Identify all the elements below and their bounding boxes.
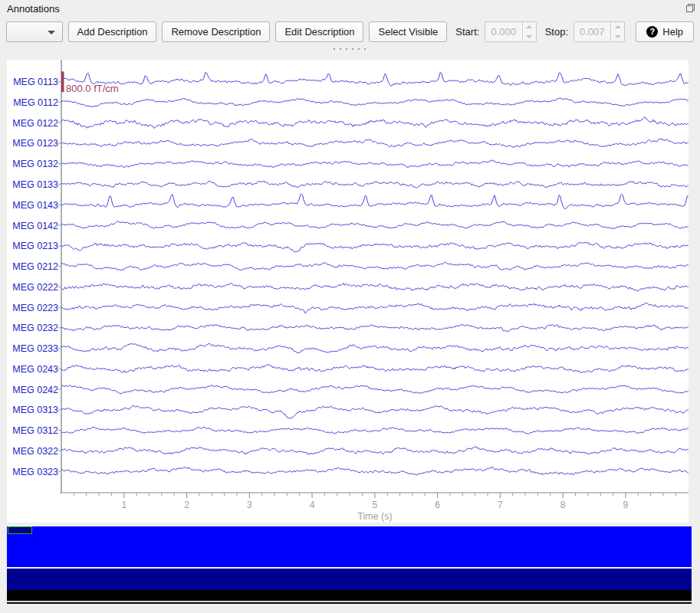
help-button-label: Help (662, 26, 683, 38)
x-axis-tick-label: 3 (247, 500, 252, 510)
remove-description-button[interactable]: Remove Description (162, 21, 270, 42)
channel-trace[interactable] (61, 405, 688, 418)
x-axis-tick-label: 5 (373, 500, 378, 510)
chevron-down-icon (48, 31, 55, 34)
stop-spinbox[interactable] (573, 21, 625, 42)
view-region-indicator[interactable] (8, 526, 32, 534)
stop-label: Stop: (545, 21, 568, 42)
channel-trace[interactable] (61, 365, 688, 373)
channel-trace[interactable] (61, 98, 688, 107)
scale-bar-label: 800.0 fT/cm (66, 83, 119, 94)
help-icon: ? (646, 26, 658, 38)
channel-label[interactable]: MEG 0123 (12, 138, 58, 149)
channel-trace[interactable] (61, 194, 688, 208)
channel-trace[interactable] (61, 262, 688, 270)
x-axis-tick-label: 4 (310, 500, 315, 510)
x-axis-tick-label: 7 (498, 500, 503, 510)
channel-trace[interactable] (61, 181, 688, 188)
splitter-handle[interactable] (314, 46, 385, 51)
channel-label[interactable]: MEG 0233 (12, 343, 58, 354)
meg-traces-canvas[interactable]: 123456789MEG 0113MEG 0112MEG 0122MEG 012… (7, 60, 688, 523)
signal-plot-area[interactable]: 123456789MEG 0113MEG 0112MEG 0122MEG 012… (7, 60, 688, 523)
channel-trace[interactable] (61, 324, 688, 331)
select-visible-button[interactable]: Select Visible (369, 21, 447, 42)
x-axis-tick-label: 2 (184, 500, 189, 510)
channel-trace[interactable] (61, 242, 688, 252)
channel-label[interactable]: MEG 0132 (12, 159, 58, 169)
annotations-toolbar: Add Description Remove Description Edit … (6, 21, 694, 42)
channel-trace[interactable] (61, 221, 688, 229)
edit-description-button[interactable]: Edit Description (275, 21, 363, 42)
channel-trace[interactable] (61, 284, 688, 292)
channel-label[interactable]: MEG 0222 (12, 282, 58, 293)
channel-label[interactable]: MEG 0112 (13, 97, 58, 108)
stop-spin-up-button[interactable] (611, 22, 624, 32)
channel-label[interactable]: MEG 0242 (12, 385, 58, 395)
overview-section-bottom-line-dark (7, 602, 692, 604)
channel-trace[interactable] (61, 303, 688, 313)
x-axis-tick-label: 1 (121, 500, 127, 510)
x-axis-tick-label: 6 (435, 500, 440, 510)
start-spin-up-button[interactable] (523, 22, 536, 32)
channel-trace[interactable] (61, 116, 688, 128)
channel-label[interactable]: MEG 0223 (12, 303, 58, 313)
channel-trace[interactable] (61, 343, 688, 352)
start-label: Start: (455, 21, 479, 42)
dock-title: Annotations (7, 3, 60, 15)
start-spinbox[interactable] (485, 21, 536, 42)
overview-section-magnetometers (7, 569, 692, 590)
annotations-dock: { "window": { "title": "Annotations" }, … (0, 0, 700, 613)
x-axis-title: Time (s) (7, 511, 700, 522)
overview-section-other-channels (7, 590, 692, 601)
start-value-field[interactable] (485, 22, 521, 41)
channel-label[interactable]: MEG 0213 (12, 241, 58, 251)
channel-label[interactable]: MEG 0243 (12, 364, 58, 375)
channel-label[interactable]: MEG 0122 (12, 118, 58, 129)
channel-trace[interactable] (61, 467, 688, 475)
channel-trace[interactable] (61, 139, 688, 148)
stop-value-field[interactable] (574, 22, 610, 41)
channel-label[interactable]: MEG 0323 (12, 467, 58, 477)
x-axis-tick-label: 9 (623, 500, 629, 510)
channel-trace[interactable] (61, 447, 688, 455)
channel-label[interactable]: MEG 0313 (12, 405, 58, 415)
scale-bar (61, 71, 64, 92)
spin-up-icon (526, 25, 532, 28)
channel-label[interactable]: MEG 0113 (13, 77, 58, 87)
channel-trace[interactable] (61, 427, 688, 434)
channel-label[interactable]: MEG 0133 (12, 179, 58, 190)
spin-up-icon (615, 25, 621, 28)
x-axis-tick-label: 8 (560, 500, 566, 510)
add-description-button[interactable]: Add Description (68, 21, 157, 42)
overview-section-gradiometers (7, 526, 692, 567)
channel-label[interactable]: MEG 0312 (12, 425, 58, 436)
spin-down-icon (615, 35, 621, 38)
channel-trace[interactable] (61, 385, 688, 395)
channel-label[interactable]: MEG 0322 (12, 446, 58, 457)
channel-label[interactable]: MEG 0232 (12, 323, 58, 333)
help-button[interactable]: ? Help (636, 21, 694, 42)
description-dropdown[interactable] (6, 21, 63, 42)
channel-label[interactable]: MEG 0143 (12, 200, 58, 211)
channel-trace[interactable] (61, 160, 688, 167)
overview-bar[interactable] (7, 526, 692, 604)
stop-spin-down-button[interactable] (611, 32, 624, 42)
channel-trace[interactable] (61, 72, 688, 86)
channel-label[interactable]: MEG 0212 (12, 261, 58, 272)
spin-down-icon (526, 35, 532, 38)
channel-label[interactable]: MEG 0142 (12, 221, 58, 231)
float-dock-icon[interactable] (685, 2, 696, 14)
start-spin-down-button[interactable] (523, 32, 536, 42)
